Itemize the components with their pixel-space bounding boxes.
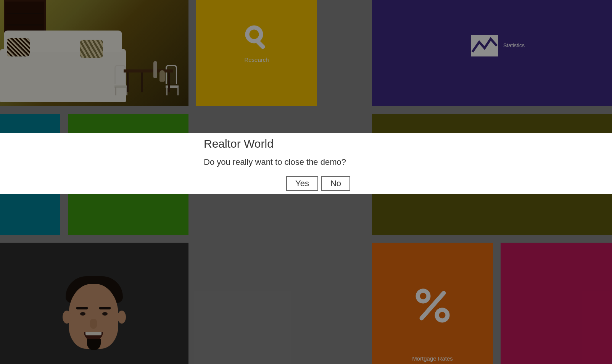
confirm-dialog: Realtor World Do you really want to clos… — [0, 133, 612, 194]
yes-button[interactable]: Yes — [286, 176, 318, 191]
app-stage: Research Statistics — [0, 0, 612, 364]
dialog-message: Do you really want to close the demo? — [204, 157, 410, 167]
dialog-title: Realtor World — [204, 137, 410, 150]
no-button[interactable]: No — [321, 176, 350, 191]
